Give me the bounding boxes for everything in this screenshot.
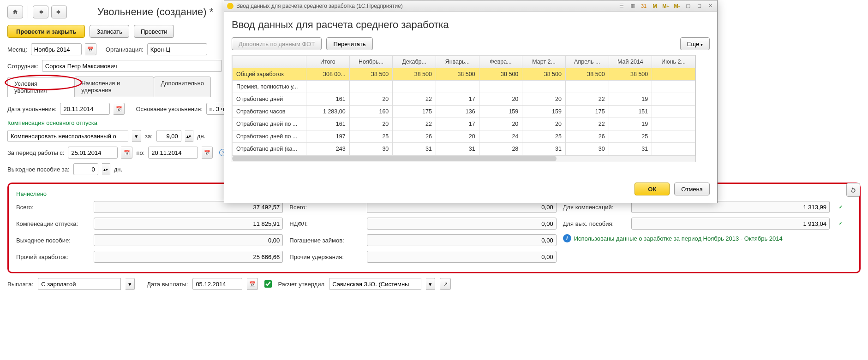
data-cell[interactable]: 20: [479, 93, 522, 106]
edit-avg-comp-button[interactable]: [836, 202, 845, 212]
popup-titlebar[interactable]: Ввод данных для расчета среднего заработ…: [224, 0, 717, 12]
close-icon[interactable]: ✕: [706, 2, 714, 10]
table-row[interactable]: Общий заработок308 00...38 50038 50038 5…: [233, 68, 695, 81]
data-cell[interactable]: [652, 68, 695, 81]
data-cell[interactable]: 161: [306, 93, 350, 106]
data-cell[interactable]: 17: [436, 93, 479, 106]
row-name-cell[interactable]: Общий заработок: [233, 68, 306, 81]
period-from-picker[interactable]: 📅: [121, 147, 132, 159]
compensation-days-field[interactable]: [156, 130, 181, 142]
data-cell[interactable]: 160: [349, 106, 393, 118]
dismiss-date-picker[interactable]: 📅: [114, 103, 125, 115]
data-cell[interactable]: [652, 118, 695, 130]
data-cell[interactable]: 22: [393, 118, 436, 130]
data-cell[interactable]: 38 500: [393, 68, 436, 81]
data-cell[interactable]: 31: [609, 143, 652, 155]
data-cell[interactable]: 175: [393, 106, 436, 118]
row-name-cell[interactable]: Отработано дней: [233, 93, 306, 106]
table-row[interactable]: Премия, полностью у...: [233, 81, 695, 93]
compensation-mode-field[interactable]: [7, 130, 128, 142]
data-cell[interactable]: 38 500: [522, 68, 566, 81]
data-cell[interactable]: 151: [609, 106, 652, 118]
data-cell[interactable]: 38 500: [436, 68, 479, 81]
approved-by-open-button[interactable]: ↗: [440, 278, 451, 290]
data-cell[interactable]: 38 500: [609, 68, 652, 81]
data-cell[interactable]: 22: [565, 118, 609, 130]
approved-by-dropdown[interactable]: ▾: [426, 278, 435, 290]
data-cell[interactable]: 159: [522, 106, 566, 118]
data-cell[interactable]: [522, 81, 566, 93]
grid-header-cell[interactable]: Декабр...: [393, 56, 436, 68]
grid-header-cell[interactable]: Март 2...: [522, 56, 566, 68]
data-cell[interactable]: 31: [393, 143, 436, 155]
cancel-button[interactable]: Отмена: [674, 183, 710, 195]
data-cell[interactable]: 31: [436, 143, 479, 155]
data-cell[interactable]: 28: [479, 143, 522, 155]
data-cell[interactable]: 26: [565, 130, 609, 143]
data-cell[interactable]: 22: [393, 93, 436, 106]
data-cell[interactable]: 197: [306, 130, 350, 143]
refresh-button[interactable]: [846, 183, 860, 197]
dismiss-date-field[interactable]: [60, 103, 110, 115]
data-cell[interactable]: [306, 81, 350, 93]
compensation-mode-dropdown[interactable]: ▾: [132, 130, 141, 142]
grid-header-cell[interactable]: Итого: [306, 56, 350, 68]
data-cell[interactable]: 17: [436, 118, 479, 130]
data-cell[interactable]: 30: [349, 143, 393, 155]
home-button[interactable]: [7, 6, 23, 18]
data-cell[interactable]: [652, 93, 695, 106]
data-cell[interactable]: 1 283,00: [306, 106, 350, 118]
data-cell[interactable]: [393, 81, 436, 93]
data-cell[interactable]: 24: [479, 130, 522, 143]
table-row[interactable]: Отработано дней (ка...24330313128313031: [233, 143, 695, 155]
maximize-icon[interactable]: ◻: [695, 2, 703, 10]
row-name-cell[interactable]: Отработано часов: [233, 106, 306, 118]
data-cell[interactable]: 19: [609, 93, 652, 106]
data-cell[interactable]: 38 500: [479, 68, 522, 81]
grid-header-cell[interactable]: [233, 56, 306, 68]
severance-days-spinner[interactable]: ▴▾: [102, 163, 110, 175]
org-field[interactable]: [147, 43, 207, 55]
data-cell[interactable]: 161: [306, 118, 350, 130]
scrollbar-thumb[interactable]: [232, 156, 557, 161]
post-button[interactable]: Провести: [134, 25, 174, 38]
data-cell[interactable]: [652, 106, 695, 118]
severance-days-field[interactable]: [73, 163, 98, 175]
data-cell[interactable]: [652, 130, 695, 143]
period-to-field[interactable]: [148, 147, 198, 159]
back-button[interactable]: [33, 6, 48, 18]
employee-field[interactable]: [42, 60, 222, 72]
payout-date-picker[interactable]: 📅: [247, 278, 258, 290]
data-cell[interactable]: 159: [479, 106, 522, 118]
ok-button[interactable]: ОК: [635, 183, 670, 195]
toolbar-mminus-icon[interactable]: M-: [673, 2, 681, 10]
payout-mode-field[interactable]: [38, 278, 121, 290]
data-cell[interactable]: 308 00...: [306, 68, 350, 81]
payout-date-field[interactable]: [192, 278, 242, 290]
data-cell[interactable]: 25: [522, 130, 566, 143]
month-field[interactable]: [31, 43, 82, 55]
data-cell[interactable]: 20: [522, 118, 566, 130]
approved-checkbox[interactable]: [264, 280, 272, 288]
edit-avg-sev-button[interactable]: [836, 218, 845, 228]
data-cell[interactable]: [609, 81, 652, 93]
data-cell[interactable]: 38 500: [565, 68, 609, 81]
toolbar-m-icon[interactable]: M: [651, 2, 659, 10]
month-picker-button[interactable]: 📅: [85, 43, 96, 55]
data-cell[interactable]: 20: [349, 93, 393, 106]
data-cell[interactable]: [652, 81, 695, 93]
data-cell[interactable]: 20: [522, 93, 566, 106]
toolbar-icon-1[interactable]: ☰: [617, 2, 626, 10]
approved-by-field[interactable]: [329, 278, 421, 290]
post-and-close-button[interactable]: Провести и закрыть: [7, 25, 85, 38]
data-cell[interactable]: 20: [436, 130, 479, 143]
tab-conditions[interactable]: Условия увольнения: [7, 77, 75, 97]
more-button[interactable]: Еще: [680, 37, 710, 50]
earnings-grid[interactable]: ИтогоНоябрь...Декабр...Январь...Февра...…: [232, 55, 696, 162]
grid-header-cell[interactable]: Январь...: [436, 56, 479, 68]
save-button[interactable]: Записать: [90, 25, 129, 38]
grid-horizontal-scrollbar[interactable]: [232, 155, 695, 162]
data-cell[interactable]: 19: [609, 118, 652, 130]
fill-from-fot-button[interactable]: Дополнить по данным ФОТ: [232, 37, 322, 50]
toolbar-mplus-icon[interactable]: M+: [662, 2, 670, 10]
